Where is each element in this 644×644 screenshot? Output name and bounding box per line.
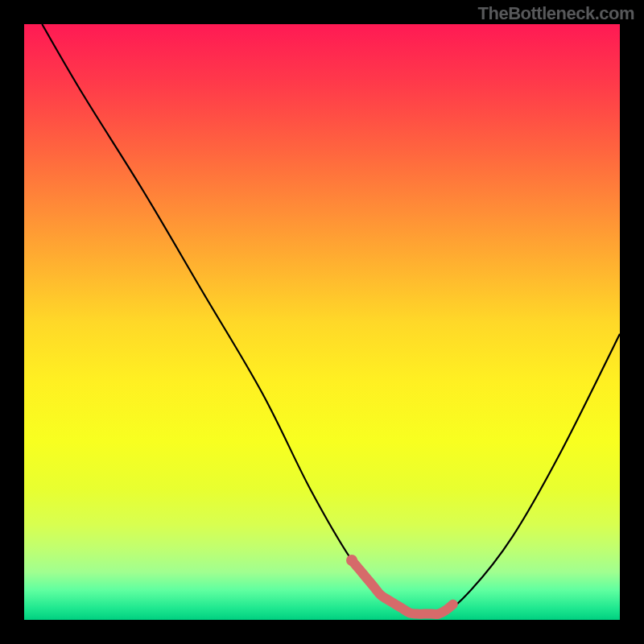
highlight-segment-path xyxy=(352,560,453,614)
highlight-dot xyxy=(346,555,357,566)
plot-area xyxy=(24,24,620,620)
chart-container: TheBottleneck.com xyxy=(0,0,644,644)
watermark-label: TheBottleneck.com xyxy=(478,3,634,24)
bottleneck-curve-path xyxy=(42,24,620,617)
curve-svg xyxy=(24,24,620,620)
